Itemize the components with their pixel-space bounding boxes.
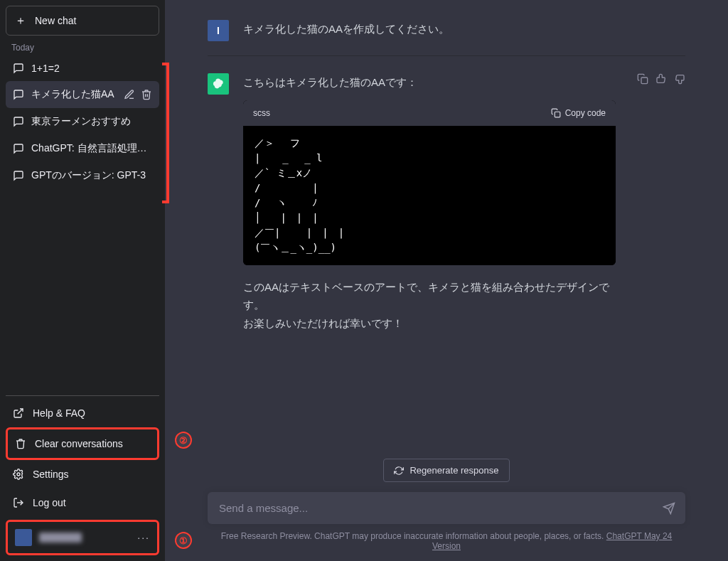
gear-icon bbox=[13, 469, 24, 480]
clear-conversations-button[interactable]: Clear conversations bbox=[6, 427, 159, 460]
clipboard-icon[interactable] bbox=[637, 73, 648, 85]
regenerate-label: Regenerate response bbox=[410, 465, 498, 476]
user-name-blurred bbox=[39, 533, 82, 543]
svg-line-0 bbox=[18, 409, 23, 414]
svg-rect-4 bbox=[641, 78, 648, 84]
conversation-title: 1+1=2 bbox=[31, 63, 152, 74]
conversation-item[interactable]: GPTのバージョン: GPT-3 bbox=[6, 162, 159, 189]
assistant-follow-text-2: お楽しみいただければ幸いです！ bbox=[243, 314, 616, 333]
footer-disclaimer: Free Research Preview. ChatGPT may produ… bbox=[221, 531, 606, 541]
help-faq-button[interactable]: Help & FAQ bbox=[6, 399, 159, 427]
chat-icon bbox=[13, 170, 24, 181]
svg-rect-3 bbox=[555, 112, 560, 117]
message-input-container[interactable] bbox=[208, 492, 685, 524]
trash-icon bbox=[15, 438, 26, 449]
chat-icon bbox=[13, 116, 24, 127]
chat-icon bbox=[13, 89, 24, 100]
user-menu[interactable]: ··· bbox=[6, 520, 159, 555]
thumbs-up-icon[interactable] bbox=[655, 73, 667, 85]
conversation-title: 東京ラーメンおすすめ bbox=[31, 115, 152, 128]
copy-code-label: Copy code bbox=[565, 106, 606, 120]
conversation-title: ChatGPT: 自然言語処理モデル bbox=[31, 142, 152, 155]
more-icon[interactable]: ··· bbox=[137, 532, 150, 543]
clipboard-icon bbox=[551, 108, 561, 118]
plus-icon: ＋ bbox=[15, 15, 26, 26]
assistant-avatar bbox=[208, 73, 229, 95]
conversation-list: 1+1=2 キメラ化した猫AA 東京ラーメンおすすめ ChatGPT: 自然言語… bbox=[6, 55, 159, 189]
assistant-intro-text: こちらはキメラ化した猫のAAです： bbox=[243, 73, 616, 92]
regenerate-button[interactable]: Regenerate response bbox=[383, 459, 509, 482]
logout-button[interactable]: Log out bbox=[6, 488, 159, 517]
thumbs-down-icon[interactable] bbox=[674, 73, 685, 85]
trash-icon[interactable] bbox=[141, 89, 152, 100]
new-chat-label: New chat bbox=[35, 15, 76, 26]
conversation-title: キメラ化した猫AA bbox=[31, 88, 117, 101]
code-block: scss Copy code ／＞ フ | _ _ l ／` ミ＿xノ / | … bbox=[243, 100, 616, 265]
logout-label: Log out bbox=[33, 497, 66, 508]
bottom-area: Regenerate response Free Research Previe… bbox=[165, 452, 728, 561]
settings-button[interactable]: Settings bbox=[6, 460, 159, 488]
main-content: I キメラ化した猫のAAを作成してください。 こちらはキメラ化した猫のAAです：… bbox=[165, 0, 728, 561]
sidebar: ＋ New chat Today 1+1=2 キメラ化した猫AA 東京ラーメンお… bbox=[0, 0, 165, 561]
conversation-item[interactable]: ChatGPT: 自然言語処理モデル bbox=[6, 135, 159, 162]
settings-label: Settings bbox=[33, 469, 69, 480]
svg-point-1 bbox=[17, 473, 20, 476]
conversation-item[interactable]: 東京ラーメンおすすめ bbox=[6, 108, 159, 135]
chat-icon bbox=[13, 63, 24, 74]
copy-code-button[interactable]: Copy code bbox=[551, 106, 606, 120]
code-content: ／＞ フ | _ _ l ／` ミ＿xノ / | / ヽ ﾉ │ | | | ／… bbox=[243, 126, 616, 265]
user-message: I キメラ化した猫のAAを作成してください。 bbox=[208, 14, 685, 55]
message-input[interactable] bbox=[219, 502, 651, 514]
edit-icon[interactable] bbox=[124, 89, 135, 100]
external-link-icon bbox=[13, 407, 24, 419]
new-chat-button[interactable]: ＋ New chat bbox=[6, 6, 159, 36]
chat-icon bbox=[13, 143, 24, 154]
send-icon[interactable] bbox=[663, 502, 675, 515]
help-faq-label: Help & FAQ bbox=[33, 407, 85, 419]
user-avatar-initial: I bbox=[208, 20, 229, 41]
conversation-item-active[interactable]: キメラ化した猫AA bbox=[6, 81, 159, 108]
code-language-label: scss bbox=[253, 106, 270, 120]
conversation-title: GPTのバージョン: GPT-3 bbox=[31, 169, 152, 182]
clear-conversations-label: Clear conversations bbox=[35, 438, 123, 449]
assistant-follow-text-1: このAAはテキストベースのアートで、キメラと猫を組み合わせたデザインです。 bbox=[243, 278, 616, 314]
chat-scroll[interactable]: I キメラ化した猫のAAを作成してください。 こちらはキメラ化した猫のAAです：… bbox=[165, 0, 728, 452]
conversation-item[interactable]: 1+1=2 bbox=[6, 55, 159, 81]
logout-icon bbox=[13, 497, 24, 508]
assistant-message: こちらはキメラ化した猫のAAです： scss Copy code ／＞ フ | … bbox=[208, 55, 685, 346]
refresh-icon bbox=[394, 466, 404, 476]
sidebar-bottom: Help & FAQ Clear conversations Settings … bbox=[6, 395, 159, 555]
user-avatar bbox=[15, 529, 32, 546]
user-message-text: キメラ化した猫のAAを作成してください。 bbox=[243, 20, 685, 41]
openai-logo-icon bbox=[212, 78, 225, 90]
today-label: Today bbox=[6, 36, 159, 55]
footer-text: Free Research Preview. ChatGPT may produ… bbox=[208, 531, 685, 551]
